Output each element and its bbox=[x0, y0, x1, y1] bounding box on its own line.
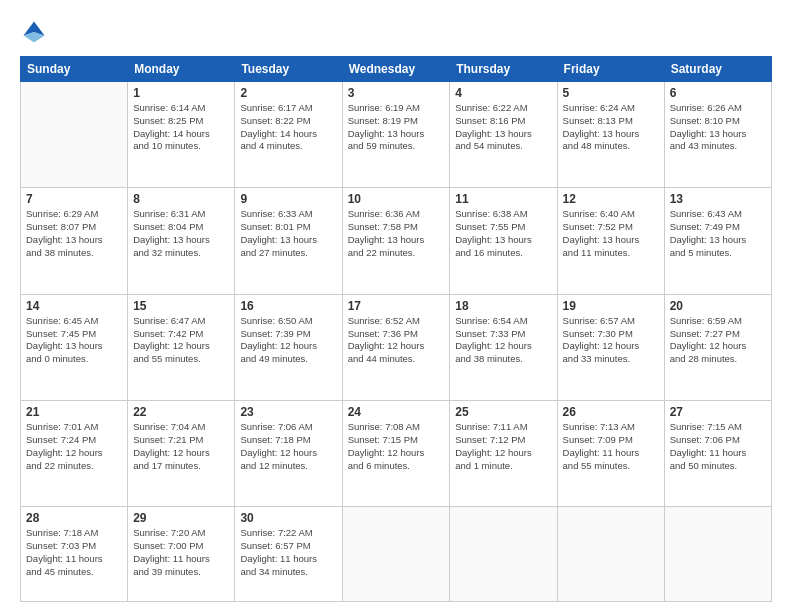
day-info: Sunrise: 6:54 AM Sunset: 7:33 PM Dayligh… bbox=[455, 315, 551, 366]
day-cell: 27Sunrise: 7:15 AM Sunset: 7:06 PM Dayli… bbox=[664, 401, 771, 507]
day-cell: 30Sunrise: 7:22 AM Sunset: 6:57 PM Dayli… bbox=[235, 507, 342, 602]
day-info: Sunrise: 7:08 AM Sunset: 7:15 PM Dayligh… bbox=[348, 421, 445, 472]
day-number: 12 bbox=[563, 192, 659, 206]
day-cell: 11Sunrise: 6:38 AM Sunset: 7:55 PM Dayli… bbox=[450, 188, 557, 294]
day-cell: 15Sunrise: 6:47 AM Sunset: 7:42 PM Dayli… bbox=[128, 294, 235, 400]
day-number: 13 bbox=[670, 192, 766, 206]
day-number: 16 bbox=[240, 299, 336, 313]
day-info: Sunrise: 6:40 AM Sunset: 7:52 PM Dayligh… bbox=[563, 208, 659, 259]
day-cell bbox=[557, 507, 664, 602]
day-cell: 29Sunrise: 7:20 AM Sunset: 7:00 PM Dayli… bbox=[128, 507, 235, 602]
day-info: Sunrise: 6:52 AM Sunset: 7:36 PM Dayligh… bbox=[348, 315, 445, 366]
day-cell: 4Sunrise: 6:22 AM Sunset: 8:16 PM Daylig… bbox=[450, 82, 557, 188]
day-cell: 26Sunrise: 7:13 AM Sunset: 7:09 PM Dayli… bbox=[557, 401, 664, 507]
day-cell: 6Sunrise: 6:26 AM Sunset: 8:10 PM Daylig… bbox=[664, 82, 771, 188]
col-header-saturday: Saturday bbox=[664, 57, 771, 82]
day-info: Sunrise: 6:57 AM Sunset: 7:30 PM Dayligh… bbox=[563, 315, 659, 366]
week-row-3: 14Sunrise: 6:45 AM Sunset: 7:45 PM Dayli… bbox=[21, 294, 772, 400]
day-cell: 13Sunrise: 6:43 AM Sunset: 7:49 PM Dayli… bbox=[664, 188, 771, 294]
day-info: Sunrise: 7:18 AM Sunset: 7:03 PM Dayligh… bbox=[26, 527, 122, 578]
logo-icon bbox=[20, 18, 48, 46]
calendar-table: SundayMondayTuesdayWednesdayThursdayFrid… bbox=[20, 56, 772, 602]
day-number: 20 bbox=[670, 299, 766, 313]
day-cell: 14Sunrise: 6:45 AM Sunset: 7:45 PM Dayli… bbox=[21, 294, 128, 400]
header bbox=[20, 18, 772, 46]
day-info: Sunrise: 7:11 AM Sunset: 7:12 PM Dayligh… bbox=[455, 421, 551, 472]
day-cell: 16Sunrise: 6:50 AM Sunset: 7:39 PM Dayli… bbox=[235, 294, 342, 400]
day-number: 23 bbox=[240, 405, 336, 419]
day-cell: 12Sunrise: 6:40 AM Sunset: 7:52 PM Dayli… bbox=[557, 188, 664, 294]
day-cell: 18Sunrise: 6:54 AM Sunset: 7:33 PM Dayli… bbox=[450, 294, 557, 400]
day-number: 22 bbox=[133, 405, 229, 419]
day-info: Sunrise: 6:47 AM Sunset: 7:42 PM Dayligh… bbox=[133, 315, 229, 366]
day-cell: 8Sunrise: 6:31 AM Sunset: 8:04 PM Daylig… bbox=[128, 188, 235, 294]
day-number: 26 bbox=[563, 405, 659, 419]
day-cell: 17Sunrise: 6:52 AM Sunset: 7:36 PM Dayli… bbox=[342, 294, 450, 400]
day-number: 14 bbox=[26, 299, 122, 313]
day-cell: 19Sunrise: 6:57 AM Sunset: 7:30 PM Dayli… bbox=[557, 294, 664, 400]
day-number: 29 bbox=[133, 511, 229, 525]
day-info: Sunrise: 7:13 AM Sunset: 7:09 PM Dayligh… bbox=[563, 421, 659, 472]
page: SundayMondayTuesdayWednesdayThursdayFrid… bbox=[0, 0, 792, 612]
day-info: Sunrise: 7:22 AM Sunset: 6:57 PM Dayligh… bbox=[240, 527, 336, 578]
week-row-1: 1Sunrise: 6:14 AM Sunset: 8:25 PM Daylig… bbox=[21, 82, 772, 188]
col-header-sunday: Sunday bbox=[21, 57, 128, 82]
day-number: 5 bbox=[563, 86, 659, 100]
day-number: 21 bbox=[26, 405, 122, 419]
day-number: 27 bbox=[670, 405, 766, 419]
day-info: Sunrise: 6:31 AM Sunset: 8:04 PM Dayligh… bbox=[133, 208, 229, 259]
day-info: Sunrise: 7:04 AM Sunset: 7:21 PM Dayligh… bbox=[133, 421, 229, 472]
day-number: 8 bbox=[133, 192, 229, 206]
day-info: Sunrise: 6:22 AM Sunset: 8:16 PM Dayligh… bbox=[455, 102, 551, 153]
day-number: 24 bbox=[348, 405, 445, 419]
day-number: 10 bbox=[348, 192, 445, 206]
day-cell: 20Sunrise: 6:59 AM Sunset: 7:27 PM Dayli… bbox=[664, 294, 771, 400]
day-cell: 5Sunrise: 6:24 AM Sunset: 8:13 PM Daylig… bbox=[557, 82, 664, 188]
day-number: 1 bbox=[133, 86, 229, 100]
col-header-thursday: Thursday bbox=[450, 57, 557, 82]
day-info: Sunrise: 6:14 AM Sunset: 8:25 PM Dayligh… bbox=[133, 102, 229, 153]
day-info: Sunrise: 6:29 AM Sunset: 8:07 PM Dayligh… bbox=[26, 208, 122, 259]
day-number: 18 bbox=[455, 299, 551, 313]
day-info: Sunrise: 6:26 AM Sunset: 8:10 PM Dayligh… bbox=[670, 102, 766, 153]
day-number: 3 bbox=[348, 86, 445, 100]
day-info: Sunrise: 6:59 AM Sunset: 7:27 PM Dayligh… bbox=[670, 315, 766, 366]
day-number: 6 bbox=[670, 86, 766, 100]
day-cell: 28Sunrise: 7:18 AM Sunset: 7:03 PM Dayli… bbox=[21, 507, 128, 602]
day-cell: 9Sunrise: 6:33 AM Sunset: 8:01 PM Daylig… bbox=[235, 188, 342, 294]
day-info: Sunrise: 6:36 AM Sunset: 7:58 PM Dayligh… bbox=[348, 208, 445, 259]
day-number: 11 bbox=[455, 192, 551, 206]
day-cell: 3Sunrise: 6:19 AM Sunset: 8:19 PM Daylig… bbox=[342, 82, 450, 188]
day-info: Sunrise: 7:15 AM Sunset: 7:06 PM Dayligh… bbox=[670, 421, 766, 472]
day-cell bbox=[450, 507, 557, 602]
day-cell: 22Sunrise: 7:04 AM Sunset: 7:21 PM Dayli… bbox=[128, 401, 235, 507]
day-cell bbox=[21, 82, 128, 188]
week-row-4: 21Sunrise: 7:01 AM Sunset: 7:24 PM Dayli… bbox=[21, 401, 772, 507]
week-row-2: 7Sunrise: 6:29 AM Sunset: 8:07 PM Daylig… bbox=[21, 188, 772, 294]
day-number: 25 bbox=[455, 405, 551, 419]
day-number: 4 bbox=[455, 86, 551, 100]
day-number: 9 bbox=[240, 192, 336, 206]
day-info: Sunrise: 6:43 AM Sunset: 7:49 PM Dayligh… bbox=[670, 208, 766, 259]
day-info: Sunrise: 6:19 AM Sunset: 8:19 PM Dayligh… bbox=[348, 102, 445, 153]
day-cell: 25Sunrise: 7:11 AM Sunset: 7:12 PM Dayli… bbox=[450, 401, 557, 507]
day-info: Sunrise: 7:20 AM Sunset: 7:00 PM Dayligh… bbox=[133, 527, 229, 578]
day-number: 2 bbox=[240, 86, 336, 100]
day-cell: 21Sunrise: 7:01 AM Sunset: 7:24 PM Dayli… bbox=[21, 401, 128, 507]
col-header-friday: Friday bbox=[557, 57, 664, 82]
day-cell: 23Sunrise: 7:06 AM Sunset: 7:18 PM Dayli… bbox=[235, 401, 342, 507]
day-info: Sunrise: 6:45 AM Sunset: 7:45 PM Dayligh… bbox=[26, 315, 122, 366]
week-row-5: 28Sunrise: 7:18 AM Sunset: 7:03 PM Dayli… bbox=[21, 507, 772, 602]
day-cell: 7Sunrise: 6:29 AM Sunset: 8:07 PM Daylig… bbox=[21, 188, 128, 294]
day-number: 28 bbox=[26, 511, 122, 525]
day-cell: 24Sunrise: 7:08 AM Sunset: 7:15 PM Dayli… bbox=[342, 401, 450, 507]
day-number: 30 bbox=[240, 511, 336, 525]
day-number: 17 bbox=[348, 299, 445, 313]
day-number: 19 bbox=[563, 299, 659, 313]
day-info: Sunrise: 6:38 AM Sunset: 7:55 PM Dayligh… bbox=[455, 208, 551, 259]
day-cell bbox=[342, 507, 450, 602]
day-info: Sunrise: 6:17 AM Sunset: 8:22 PM Dayligh… bbox=[240, 102, 336, 153]
day-cell bbox=[664, 507, 771, 602]
day-info: Sunrise: 6:24 AM Sunset: 8:13 PM Dayligh… bbox=[563, 102, 659, 153]
day-info: Sunrise: 7:01 AM Sunset: 7:24 PM Dayligh… bbox=[26, 421, 122, 472]
